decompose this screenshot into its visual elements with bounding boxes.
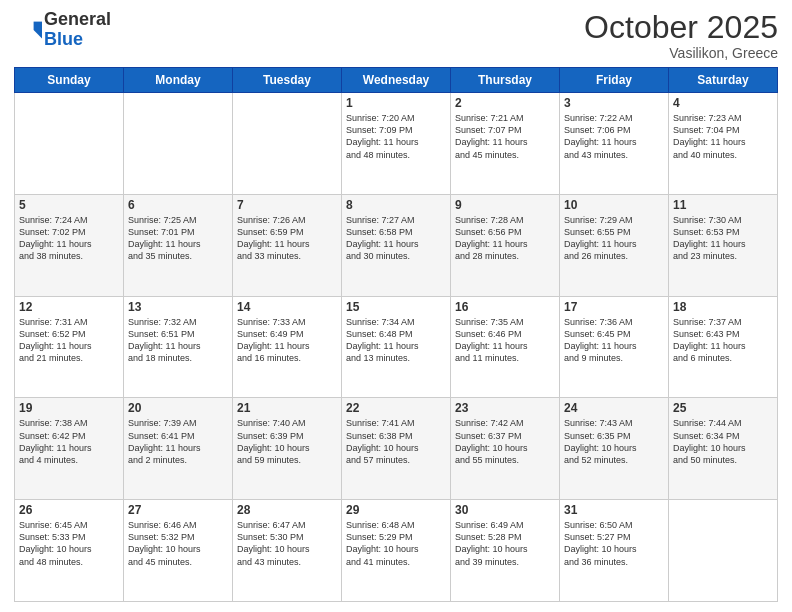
day-info: Sunrise: 7:26 AM Sunset: 6:59 PM Dayligh… bbox=[237, 214, 337, 263]
day-info: Sunrise: 6:46 AM Sunset: 5:32 PM Dayligh… bbox=[128, 519, 228, 568]
calendar-cell: 1Sunrise: 7:20 AM Sunset: 7:09 PM Daylig… bbox=[342, 93, 451, 195]
calendar-cell: 31Sunrise: 6:50 AM Sunset: 5:27 PM Dayli… bbox=[560, 500, 669, 602]
day-info: Sunrise: 6:48 AM Sunset: 5:29 PM Dayligh… bbox=[346, 519, 446, 568]
logo-icon bbox=[14, 16, 42, 44]
header: General Blue October 2025 Vasilikon, Gre… bbox=[14, 10, 778, 61]
weekday-header-monday: Monday bbox=[124, 68, 233, 93]
day-info: Sunrise: 6:47 AM Sunset: 5:30 PM Dayligh… bbox=[237, 519, 337, 568]
day-info: Sunrise: 7:24 AM Sunset: 7:02 PM Dayligh… bbox=[19, 214, 119, 263]
day-number: 25 bbox=[673, 401, 773, 415]
calendar-cell: 22Sunrise: 7:41 AM Sunset: 6:38 PM Dayli… bbox=[342, 398, 451, 500]
calendar-cell: 29Sunrise: 6:48 AM Sunset: 5:29 PM Dayli… bbox=[342, 500, 451, 602]
day-info: Sunrise: 6:49 AM Sunset: 5:28 PM Dayligh… bbox=[455, 519, 555, 568]
weekday-header-wednesday: Wednesday bbox=[342, 68, 451, 93]
svg-marker-0 bbox=[34, 21, 42, 29]
day-info: Sunrise: 7:34 AM Sunset: 6:48 PM Dayligh… bbox=[346, 316, 446, 365]
day-info: Sunrise: 7:29 AM Sunset: 6:55 PM Dayligh… bbox=[564, 214, 664, 263]
calendar-cell: 9Sunrise: 7:28 AM Sunset: 6:56 PM Daylig… bbox=[451, 194, 560, 296]
day-info: Sunrise: 7:42 AM Sunset: 6:37 PM Dayligh… bbox=[455, 417, 555, 466]
svg-marker-1 bbox=[34, 30, 42, 38]
day-info: Sunrise: 7:37 AM Sunset: 6:43 PM Dayligh… bbox=[673, 316, 773, 365]
calendar-cell: 24Sunrise: 7:43 AM Sunset: 6:35 PM Dayli… bbox=[560, 398, 669, 500]
day-info: Sunrise: 6:45 AM Sunset: 5:33 PM Dayligh… bbox=[19, 519, 119, 568]
day-number: 21 bbox=[237, 401, 337, 415]
day-number: 28 bbox=[237, 503, 337, 517]
day-number: 29 bbox=[346, 503, 446, 517]
day-info: Sunrise: 7:33 AM Sunset: 6:49 PM Dayligh… bbox=[237, 316, 337, 365]
day-number: 30 bbox=[455, 503, 555, 517]
calendar-week-3: 12Sunrise: 7:31 AM Sunset: 6:52 PM Dayli… bbox=[15, 296, 778, 398]
calendar-cell: 27Sunrise: 6:46 AM Sunset: 5:32 PM Dayli… bbox=[124, 500, 233, 602]
weekday-header-sunday: Sunday bbox=[15, 68, 124, 93]
day-info: Sunrise: 7:35 AM Sunset: 6:46 PM Dayligh… bbox=[455, 316, 555, 365]
day-number: 11 bbox=[673, 198, 773, 212]
day-info: Sunrise: 7:43 AM Sunset: 6:35 PM Dayligh… bbox=[564, 417, 664, 466]
location: Vasilikon, Greece bbox=[584, 45, 778, 61]
calendar-cell: 21Sunrise: 7:40 AM Sunset: 6:39 PM Dayli… bbox=[233, 398, 342, 500]
day-info: Sunrise: 7:23 AM Sunset: 7:04 PM Dayligh… bbox=[673, 112, 773, 161]
logo-blue-text: Blue bbox=[44, 29, 83, 49]
day-number: 20 bbox=[128, 401, 228, 415]
title-block: October 2025 Vasilikon, Greece bbox=[584, 10, 778, 61]
calendar-cell: 23Sunrise: 7:42 AM Sunset: 6:37 PM Dayli… bbox=[451, 398, 560, 500]
day-info: Sunrise: 7:36 AM Sunset: 6:45 PM Dayligh… bbox=[564, 316, 664, 365]
calendar-cell: 13Sunrise: 7:32 AM Sunset: 6:51 PM Dayli… bbox=[124, 296, 233, 398]
month-title: October 2025 bbox=[584, 10, 778, 45]
day-info: Sunrise: 6:50 AM Sunset: 5:27 PM Dayligh… bbox=[564, 519, 664, 568]
logo: General Blue bbox=[14, 10, 111, 50]
calendar-week-1: 1Sunrise: 7:20 AM Sunset: 7:09 PM Daylig… bbox=[15, 93, 778, 195]
day-number: 5 bbox=[19, 198, 119, 212]
day-number: 31 bbox=[564, 503, 664, 517]
day-number: 9 bbox=[455, 198, 555, 212]
day-number: 3 bbox=[564, 96, 664, 110]
day-number: 13 bbox=[128, 300, 228, 314]
day-number: 15 bbox=[346, 300, 446, 314]
day-info: Sunrise: 7:44 AM Sunset: 6:34 PM Dayligh… bbox=[673, 417, 773, 466]
calendar-cell: 5Sunrise: 7:24 AM Sunset: 7:02 PM Daylig… bbox=[15, 194, 124, 296]
day-number: 8 bbox=[346, 198, 446, 212]
calendar-week-2: 5Sunrise: 7:24 AM Sunset: 7:02 PM Daylig… bbox=[15, 194, 778, 296]
weekday-header-thursday: Thursday bbox=[451, 68, 560, 93]
day-number: 16 bbox=[455, 300, 555, 314]
calendar-cell: 18Sunrise: 7:37 AM Sunset: 6:43 PM Dayli… bbox=[669, 296, 778, 398]
day-info: Sunrise: 7:22 AM Sunset: 7:06 PM Dayligh… bbox=[564, 112, 664, 161]
day-info: Sunrise: 7:32 AM Sunset: 6:51 PM Dayligh… bbox=[128, 316, 228, 365]
day-number: 22 bbox=[346, 401, 446, 415]
calendar-cell: 10Sunrise: 7:29 AM Sunset: 6:55 PM Dayli… bbox=[560, 194, 669, 296]
day-number: 12 bbox=[19, 300, 119, 314]
day-number: 1 bbox=[346, 96, 446, 110]
weekday-header-saturday: Saturday bbox=[669, 68, 778, 93]
calendar-cell: 28Sunrise: 6:47 AM Sunset: 5:30 PM Dayli… bbox=[233, 500, 342, 602]
calendar-cell: 17Sunrise: 7:36 AM Sunset: 6:45 PM Dayli… bbox=[560, 296, 669, 398]
calendar-cell: 25Sunrise: 7:44 AM Sunset: 6:34 PM Dayli… bbox=[669, 398, 778, 500]
day-number: 4 bbox=[673, 96, 773, 110]
day-info: Sunrise: 7:20 AM Sunset: 7:09 PM Dayligh… bbox=[346, 112, 446, 161]
day-number: 6 bbox=[128, 198, 228, 212]
day-number: 14 bbox=[237, 300, 337, 314]
day-number: 19 bbox=[19, 401, 119, 415]
day-number: 7 bbox=[237, 198, 337, 212]
calendar-cell: 20Sunrise: 7:39 AM Sunset: 6:41 PM Dayli… bbox=[124, 398, 233, 500]
calendar-cell bbox=[15, 93, 124, 195]
calendar-cell: 16Sunrise: 7:35 AM Sunset: 6:46 PM Dayli… bbox=[451, 296, 560, 398]
day-info: Sunrise: 7:31 AM Sunset: 6:52 PM Dayligh… bbox=[19, 316, 119, 365]
calendar-cell: 15Sunrise: 7:34 AM Sunset: 6:48 PM Dayli… bbox=[342, 296, 451, 398]
weekday-header-tuesday: Tuesday bbox=[233, 68, 342, 93]
calendar-cell: 2Sunrise: 7:21 AM Sunset: 7:07 PM Daylig… bbox=[451, 93, 560, 195]
day-number: 27 bbox=[128, 503, 228, 517]
calendar-cell bbox=[669, 500, 778, 602]
calendar-cell: 19Sunrise: 7:38 AM Sunset: 6:42 PM Dayli… bbox=[15, 398, 124, 500]
logo-text: General Blue bbox=[44, 10, 111, 50]
calendar-table: SundayMondayTuesdayWednesdayThursdayFrid… bbox=[14, 67, 778, 602]
weekday-header-friday: Friday bbox=[560, 68, 669, 93]
calendar-week-5: 26Sunrise: 6:45 AM Sunset: 5:33 PM Dayli… bbox=[15, 500, 778, 602]
day-info: Sunrise: 7:39 AM Sunset: 6:41 PM Dayligh… bbox=[128, 417, 228, 466]
calendar-cell: 11Sunrise: 7:30 AM Sunset: 6:53 PM Dayli… bbox=[669, 194, 778, 296]
calendar-cell: 26Sunrise: 6:45 AM Sunset: 5:33 PM Dayli… bbox=[15, 500, 124, 602]
day-info: Sunrise: 7:27 AM Sunset: 6:58 PM Dayligh… bbox=[346, 214, 446, 263]
calendar-week-4: 19Sunrise: 7:38 AM Sunset: 6:42 PM Dayli… bbox=[15, 398, 778, 500]
calendar-cell: 7Sunrise: 7:26 AM Sunset: 6:59 PM Daylig… bbox=[233, 194, 342, 296]
calendar-cell bbox=[233, 93, 342, 195]
day-info: Sunrise: 7:38 AM Sunset: 6:42 PM Dayligh… bbox=[19, 417, 119, 466]
weekday-header-row: SundayMondayTuesdayWednesdayThursdayFrid… bbox=[15, 68, 778, 93]
